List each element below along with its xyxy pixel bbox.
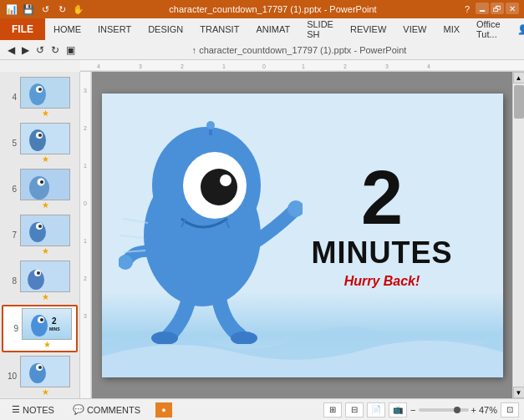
scroll-down-button[interactable]: ▼	[513, 387, 525, 398]
svg-line-66	[123, 219, 148, 223]
close-button[interactable]: ✕	[506, 3, 519, 14]
slide-thumb-4[interactable]: 4 ★	[2, 75, 78, 119]
slide-canvas[interactable]: 2 MINUTES Hurry Back!	[102, 94, 503, 377]
svg-text:2: 2	[84, 125, 87, 131]
menu-office-tut[interactable]: Office Tut...	[468, 18, 509, 40]
help-icon[interactable]: ?	[460, 3, 474, 16]
svg-point-29	[37, 271, 40, 275]
svg-line-67	[120, 235, 144, 238]
slide-thumb-10[interactable]: 10 ★	[2, 354, 78, 398]
forward-icon[interactable]: ▶	[19, 43, 32, 58]
refresh2-icon[interactable]: ↻	[48, 43, 62, 58]
slide-img-7	[20, 215, 70, 246]
fit-slide-button[interactable]: ⊡	[501, 402, 519, 417]
file-menu[interactable]: FILE	[0, 18, 45, 40]
zoom-percent: 47%	[479, 405, 497, 415]
svg-text:2: 2	[52, 316, 57, 326]
menu-design[interactable]: DESIGN	[140, 18, 191, 40]
scrollbar-thumb[interactable]	[514, 85, 524, 119]
refresh-icon[interactable]: ↺	[33, 43, 47, 58]
undo-icon[interactable]: ↺	[38, 3, 52, 16]
restore-button[interactable]: 🗗	[491, 3, 504, 14]
main-area: 4 ★ 5	[0, 72, 524, 398]
slide-thumb-5[interactable]: 5 ★	[2, 121, 78, 165]
svg-rect-44	[80, 72, 92, 398]
title-bar-left: 📊 💾 ↺ ↻ ✋	[5, 3, 85, 16]
menu-mix[interactable]: MIX	[435, 18, 468, 40]
slide-star-4: ★	[42, 109, 49, 118]
slide-img-10	[20, 356, 70, 387]
slide-star-10: ★	[42, 387, 49, 397]
normal-view-button[interactable]: ⊞	[323, 402, 342, 417]
save-icon[interactable]: 💾	[22, 3, 35, 16]
scrollbar-track[interactable]	[514, 83, 524, 387]
menu-slideshow[interactable]: SLIDE SH	[298, 18, 342, 40]
touch-icon[interactable]: ✋	[72, 3, 85, 16]
presenter-view-button[interactable]: 📺	[389, 402, 407, 417]
svg-text:4: 4	[427, 63, 430, 69]
minimize-button[interactable]: 🗕	[476, 3, 489, 14]
svg-text:1: 1	[222, 63, 226, 69]
svg-text:2: 2	[181, 63, 184, 69]
horizontal-ruler: 4 3 2 1 0 1 2 3 4	[80, 60, 524, 72]
present-icon[interactable]: ▣	[64, 43, 78, 58]
ribbon: ◀ ▶ ↺ ↻ ▣ ↑ character_countdown_17797 (1…	[0, 40, 524, 60]
menu-bar: FILE HOME INSERT DESIGN TRANSIT ANIMAT S…	[0, 18, 524, 40]
scroll-up-button[interactable]: ▲	[513, 72, 525, 83]
svg-text:1: 1	[302, 63, 305, 69]
app-icon: 📊	[5, 3, 18, 16]
slide-thumb-7[interactable]: 7 ★	[2, 213, 78, 257]
zoom-out-icon[interactable]: −	[410, 405, 415, 415]
window-title: character_countdown_17797 (1).pptx - Pow…	[85, 4, 460, 14]
menu-review[interactable]: REVIEW	[342, 18, 394, 40]
svg-point-59	[220, 175, 231, 186]
record-icon: ●	[161, 406, 165, 414]
user-icon[interactable]: 👤	[509, 18, 524, 40]
svg-point-33	[40, 318, 43, 321]
svg-text:3: 3	[385, 63, 389, 69]
vertical-ruler: 3 2 1 0 1 2 3	[80, 72, 92, 398]
svg-point-56	[206, 121, 215, 129]
right-scrollbar: ▲ ▼	[512, 72, 524, 398]
slide-num-9: 9	[7, 324, 18, 333]
svg-text:3: 3	[84, 88, 87, 94]
menu-home[interactable]: HOME	[45, 18, 89, 40]
menu-animat[interactable]: ANIMAT	[247, 18, 298, 40]
menu-view[interactable]: VIEW	[394, 18, 435, 40]
slide-star-6: ★	[42, 200, 49, 210]
comments-label: COMMENTS	[87, 405, 140, 415]
status-bar: ☰ NOTES 💬 COMMENTS ● ⊞ ⊟ 📄 📺 − + 47% ⊡	[0, 398, 524, 420]
redo-icon[interactable]: ↻	[55, 3, 69, 16]
slide-img-5	[20, 123, 70, 154]
record-button[interactable]: ●	[155, 402, 172, 417]
slide-thumb-6[interactable]: 6 ★	[2, 167, 78, 211]
slide-thumb-9[interactable]: 9 2 MIN	[2, 305, 78, 352]
menu-transit[interactable]: TRANSIT	[191, 18, 247, 40]
slide-panel: 4 ★ 5	[0, 72, 80, 398]
menu-insert[interactable]: INSERT	[89, 18, 140, 40]
hurry-text: Hurry Back!	[312, 274, 453, 289]
slide-num-6: 6	[5, 185, 17, 194]
slide-thumb-8[interactable]: 8 ★	[2, 259, 78, 303]
back-icon[interactable]: ◀	[5, 43, 18, 58]
slide-sorter-button[interactable]: ⊟	[345, 402, 364, 417]
status-left: ☰ NOTES 💬 COMMENTS ●	[5, 402, 323, 417]
notes-button[interactable]: ☰ NOTES	[5, 402, 61, 417]
window-controls: ? 🗕 🗗 ✕	[460, 3, 519, 16]
svg-text:0: 0	[84, 200, 87, 206]
zoom-in-icon[interactable]: +	[471, 405, 476, 415]
slide-num-10: 10	[5, 372, 17, 381]
svg-point-39	[38, 366, 42, 369]
comments-button[interactable]: 💬 COMMENTS	[66, 402, 147, 417]
zoom-slider[interactable]	[419, 408, 469, 412]
svg-text:4: 4	[97, 63, 100, 69]
comments-icon: 💬	[73, 404, 84, 415]
canvas-area: 2 MINUTES Hurry Back!	[92, 72, 512, 398]
svg-text:MINS: MINS	[49, 326, 60, 331]
slide-star-9: ★	[43, 340, 51, 349]
slide-star-8: ★	[42, 292, 49, 301]
reading-view-button[interactable]: 📄	[367, 402, 385, 417]
svg-point-17	[38, 134, 42, 137]
slide-star-5: ★	[42, 154, 49, 164]
svg-point-58	[201, 169, 237, 205]
